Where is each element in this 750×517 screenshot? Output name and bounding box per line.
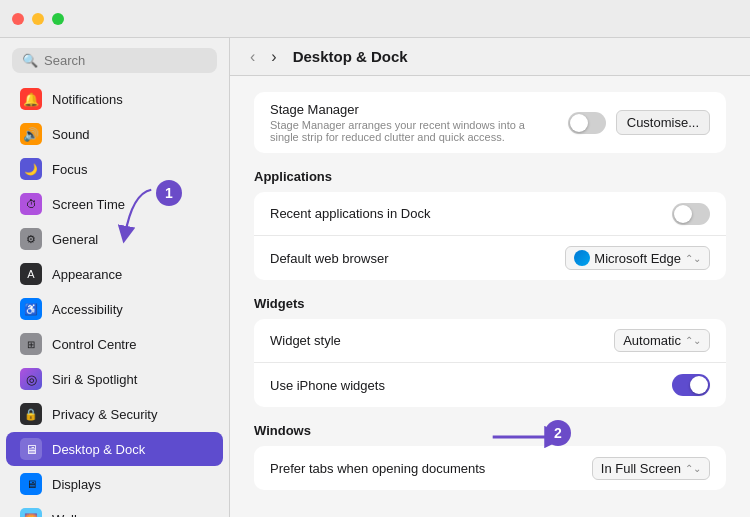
sidebar-item-label: Sound bbox=[52, 127, 90, 142]
widget-style-label: Widget style bbox=[270, 333, 614, 348]
sidebar-item-displays[interactable]: 🖥 Displays bbox=[6, 467, 223, 501]
edge-icon bbox=[574, 250, 590, 266]
sidebar-item-desktop-dock[interactable]: 🖥 Desktop & Dock bbox=[6, 432, 223, 466]
sidebar-item-label: Appearance bbox=[52, 267, 122, 282]
default-browser-dropdown[interactable]: Microsoft Edge ⌃⌄ bbox=[565, 246, 710, 270]
notifications-icon: 🔔 bbox=[20, 88, 42, 110]
sidebar-item-screen-time[interactable]: ⏱ Screen Time bbox=[6, 187, 223, 221]
windows-header: Windows bbox=[254, 423, 726, 438]
appearance-icon: A bbox=[20, 263, 42, 285]
search-icon: 🔍 bbox=[22, 53, 38, 68]
minimize-button[interactable] bbox=[32, 13, 44, 25]
recent-apps-toggle[interactable] bbox=[672, 203, 710, 225]
titlebar bbox=[0, 0, 750, 38]
stage-manager-label: Stage Manager bbox=[270, 102, 568, 117]
wallpaper-icon: 🌄 bbox=[20, 508, 42, 517]
siri-icon: ◎ bbox=[20, 368, 42, 390]
stage-manager-sublabel: Stage Manager arranges your recent windo… bbox=[270, 119, 568, 143]
applications-group: Recent applications in Dock Default web … bbox=[254, 192, 726, 280]
stage-manager-toggle[interactable] bbox=[568, 112, 606, 134]
stage-manager-group: Stage Manager Stage Manager arranges you… bbox=[254, 92, 726, 153]
prefer-tabs-label: Prefer tabs when opening documents bbox=[270, 461, 592, 476]
stage-manager-row: Stage Manager Stage Manager arranges you… bbox=[254, 92, 726, 153]
prefer-tabs-row: Prefer tabs when opening documents In Fu… bbox=[254, 446, 726, 490]
back-button[interactable]: ‹ bbox=[246, 46, 259, 68]
default-browser-label: Default web browser bbox=[270, 251, 565, 266]
sound-icon: 🔊 bbox=[20, 123, 42, 145]
widget-style-dropdown[interactable]: Automatic ⌃⌄ bbox=[614, 329, 710, 352]
sidebar-item-label: Desktop & Dock bbox=[52, 442, 145, 457]
recent-apps-row: Recent applications in Dock bbox=[254, 192, 726, 236]
app-window: 🔍 🔔 Notifications 🔊 Sound 🌙 Focus ⏱ bbox=[0, 0, 750, 517]
sidebar-item-general[interactable]: ⚙ General bbox=[6, 222, 223, 256]
sidebar-item-notifications[interactable]: 🔔 Notifications bbox=[6, 82, 223, 116]
focus-icon: 🌙 bbox=[20, 158, 42, 180]
traffic-lights bbox=[12, 13, 64, 25]
general-icon: ⚙ bbox=[20, 228, 42, 250]
sidebar-item-appearance[interactable]: A Appearance bbox=[6, 257, 223, 291]
dropdown-arrow-3-icon: ⌃⌄ bbox=[685, 463, 701, 474]
maximize-button[interactable] bbox=[52, 13, 64, 25]
sidebar-item-sound[interactable]: 🔊 Sound bbox=[6, 117, 223, 151]
iphone-widgets-row: Use iPhone widgets bbox=[254, 363, 726, 407]
windows-group: Prefer tabs when opening documents In Fu… bbox=[254, 446, 726, 490]
nav-bar: ‹ › Desktop & Dock bbox=[230, 38, 750, 76]
default-browser-value: Microsoft Edge bbox=[594, 251, 681, 266]
sidebar-item-control-centre[interactable]: ⊞ Control Centre bbox=[6, 327, 223, 361]
accessibility-icon: ♿ bbox=[20, 298, 42, 320]
sidebar-item-label: Notifications bbox=[52, 92, 123, 107]
sidebar-item-label: Siri & Spotlight bbox=[52, 372, 137, 387]
widget-style-value: Automatic bbox=[623, 333, 681, 348]
sidebar-item-accessibility[interactable]: ♿ Accessibility bbox=[6, 292, 223, 326]
widget-style-row: Widget style Automatic ⌃⌄ bbox=[254, 319, 726, 363]
iphone-widgets-toggle[interactable] bbox=[672, 374, 710, 396]
sidebar-list: 🔔 Notifications 🔊 Sound 🌙 Focus ⏱ Screen… bbox=[0, 81, 229, 517]
screen-time-icon: ⏱ bbox=[20, 193, 42, 215]
search-input[interactable] bbox=[44, 53, 207, 68]
prefer-tabs-dropdown[interactable]: In Full Screen ⌃⌄ bbox=[592, 457, 710, 480]
sidebar-item-wallpaper[interactable]: 🌄 Wallpaper bbox=[6, 502, 223, 517]
sidebar-item-privacy-security[interactable]: 🔒 Privacy & Security bbox=[6, 397, 223, 431]
search-bar[interactable]: 🔍 bbox=[12, 48, 217, 73]
dropdown-arrow-2-icon: ⌃⌄ bbox=[685, 335, 701, 346]
page-title: Desktop & Dock bbox=[293, 48, 408, 65]
customise-button[interactable]: Customise... bbox=[616, 110, 710, 135]
iphone-widgets-label: Use iPhone widgets bbox=[270, 378, 672, 393]
prefer-tabs-value: In Full Screen bbox=[601, 461, 681, 476]
control-centre-icon: ⊞ bbox=[20, 333, 42, 355]
close-button[interactable] bbox=[12, 13, 24, 25]
sidebar-item-focus[interactable]: 🌙 Focus bbox=[6, 152, 223, 186]
sidebar-item-label: Wallpaper bbox=[52, 512, 110, 518]
main-content: ‹ › Desktop & Dock Stage Manager Stage M… bbox=[230, 38, 750, 517]
stage-manager-label-area: Stage Manager Stage Manager arranges you… bbox=[270, 102, 568, 143]
forward-button[interactable]: › bbox=[267, 46, 280, 68]
sidebar-item-label: Screen Time bbox=[52, 197, 125, 212]
sidebar-item-siri-spotlight[interactable]: ◎ Siri & Spotlight bbox=[6, 362, 223, 396]
default-browser-row: Default web browser Microsoft Edge ⌃⌄ bbox=[254, 236, 726, 280]
sidebar-item-label: Displays bbox=[52, 477, 101, 492]
sidebar-item-label: Control Centre bbox=[52, 337, 137, 352]
applications-header: Applications bbox=[254, 169, 726, 184]
content-area: 🔍 🔔 Notifications 🔊 Sound 🌙 Focus ⏱ bbox=[0, 38, 750, 517]
privacy-icon: 🔒 bbox=[20, 403, 42, 425]
widgets-group: Widget style Automatic ⌃⌄ Use iPhone wid… bbox=[254, 319, 726, 407]
sidebar: 🔍 🔔 Notifications 🔊 Sound 🌙 Focus ⏱ bbox=[0, 38, 230, 517]
dropdown-arrow-icon: ⌃⌄ bbox=[685, 253, 701, 264]
sidebar-item-label: Privacy & Security bbox=[52, 407, 157, 422]
settings-content: Stage Manager Stage Manager arranges you… bbox=[230, 76, 750, 517]
displays-icon: 🖥 bbox=[20, 473, 42, 495]
sidebar-item-label: General bbox=[52, 232, 98, 247]
widgets-header: Widgets bbox=[254, 296, 726, 311]
recent-apps-label: Recent applications in Dock bbox=[270, 206, 672, 221]
sidebar-item-label: Accessibility bbox=[52, 302, 123, 317]
desktop-dock-icon: 🖥 bbox=[20, 438, 42, 460]
sidebar-item-label: Focus bbox=[52, 162, 87, 177]
